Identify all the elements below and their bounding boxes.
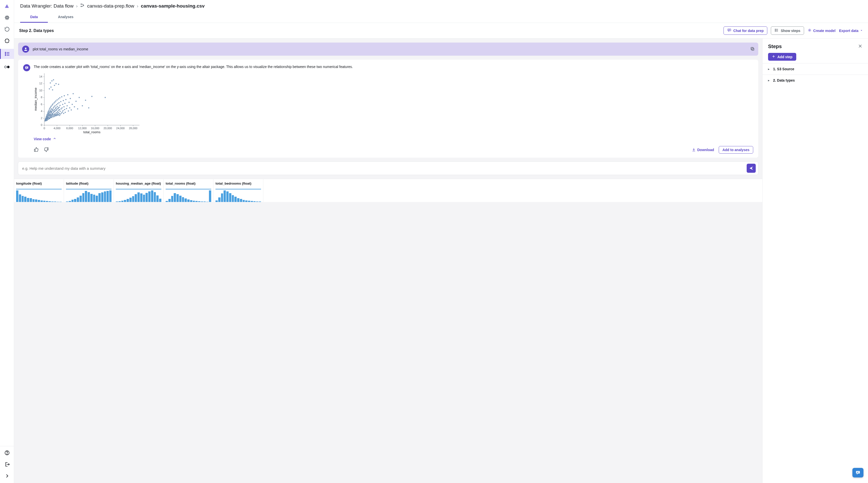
svg-point-184 [61, 113, 62, 114]
svg-point-215 [91, 96, 93, 97]
step-item[interactable]: ▸2. Data types [763, 74, 868, 86]
svg-text:16,000: 16,000 [91, 127, 99, 130]
export-data-button[interactable]: Export data [839, 29, 863, 33]
download-button[interactable]: Download [692, 148, 714, 152]
svg-text:20,000: 20,000 [103, 127, 112, 130]
svg-text:10: 10 [39, 89, 42, 92]
svg-point-205 [71, 109, 72, 111]
chat-input[interactable] [21, 164, 744, 173]
svg-point-118 [51, 116, 52, 117]
histogram [166, 190, 211, 202]
chat-for-data-prep-button[interactable]: Chat for data prep [723, 26, 768, 35]
step-label: 2. Data types [773, 78, 795, 82]
breadcrumb-root[interactable]: Data Wrangler: Data flow [20, 3, 73, 9]
svg-rect-0 [5, 17, 8, 19]
show-steps-button[interactable]: Show steps [771, 26, 804, 35]
svg-point-204 [70, 98, 71, 99]
step-item[interactable]: ▸1. S3 Source [763, 63, 868, 74]
svg-point-180 [60, 111, 61, 112]
svg-point-219 [51, 80, 53, 82]
svg-point-196 [65, 112, 66, 113]
toggle-dots-icon[interactable] [3, 63, 10, 70]
svg-point-2 [6, 38, 7, 39]
svg-point-172 [58, 114, 60, 115]
sparkle-icon [808, 28, 812, 33]
svg-point-143 [54, 113, 55, 115]
asterisk-icon[interactable] [3, 37, 10, 44]
svg-text:28,000: 28,000 [129, 127, 137, 130]
svg-point-156 [56, 104, 57, 105]
svg-point-197 [65, 99, 66, 100]
step-label: 1. S3 Source [773, 67, 794, 71]
breadcrumb-flow[interactable]: canvas-data-prep.flow [87, 3, 134, 9]
plus-icon [772, 55, 775, 59]
column-cell[interactable]: total_bedrooms (float) [214, 179, 263, 202]
svg-text:24,000: 24,000 [116, 127, 125, 130]
svg-point-4 [4, 40, 5, 41]
svg-point-19 [83, 5, 84, 6]
svg-point-119 [51, 108, 52, 110]
svg-point-170 [58, 98, 59, 100]
svg-point-185 [61, 96, 62, 97]
caret-right-icon: ▸ [768, 67, 770, 71]
svg-point-192 [63, 106, 65, 108]
svg-point-129 [52, 103, 53, 105]
svg-point-22 [775, 30, 776, 30]
svg-point-199 [66, 105, 68, 107]
column-cell[interactable]: housing_median_age (float) [114, 179, 164, 202]
refresh-icon[interactable] [3, 26, 10, 33]
svg-point-96 [49, 113, 50, 115]
svg-point-200 [67, 94, 68, 95]
svg-point-130 [52, 109, 54, 110]
user-message-text: plot total_rooms vs median_income [33, 47, 88, 51]
svg-point-162 [57, 106, 58, 107]
breadcrumb: Data Wrangler: Data flow › canvas-data-p… [14, 0, 868, 12]
left-rail [0, 0, 14, 483]
tab-data[interactable]: Data [20, 12, 48, 23]
svg-point-121 [51, 117, 52, 118]
floating-chat-button[interactable] [852, 468, 864, 478]
svg-point-193 [64, 95, 65, 96]
svg-point-131 [52, 114, 54, 115]
thumbs-down-icon[interactable] [44, 147, 49, 153]
view-code-button[interactable]: View code [34, 137, 56, 141]
svg-point-187 [62, 112, 63, 113]
logout-icon[interactable] [3, 461, 10, 468]
breadcrumb-file[interactable]: canvas-sample-housing.csv [141, 3, 205, 9]
svg-point-198 [66, 108, 67, 109]
copy-icon[interactable] [750, 47, 755, 52]
add-step-button[interactable]: Add step [768, 53, 796, 61]
svg-point-176 [59, 109, 60, 110]
svg-point-25 [25, 48, 26, 49]
column-cell[interactable]: total_rooms (float) [164, 179, 214, 202]
svg-point-116 [51, 105, 52, 107]
list-icon[interactable] [0, 49, 14, 59]
svg-text:4: 4 [41, 110, 42, 113]
send-button[interactable] [747, 164, 756, 173]
add-to-analyses-button[interactable]: Add to analyses [719, 146, 753, 154]
svg-point-135 [53, 110, 54, 111]
svg-text:4,000: 4,000 [54, 127, 61, 130]
create-model-button[interactable]: Create model [808, 28, 836, 33]
svg-point-79 [46, 114, 48, 115]
histogram [16, 190, 62, 202]
chevron-right-icon[interactable] [3, 473, 10, 480]
svg-text:0: 0 [41, 123, 42, 126]
svg-point-218 [50, 87, 52, 88]
column-cell[interactable]: longitude (float) [14, 179, 64, 202]
thumbs-up-icon[interactable] [34, 147, 39, 153]
svg-point-164 [57, 113, 58, 115]
histogram [216, 190, 261, 202]
chip-icon[interactable] [3, 14, 10, 21]
column-cell[interactable]: latitude (float) [64, 179, 114, 202]
svg-point-174 [59, 107, 60, 108]
close-icon[interactable] [858, 44, 863, 49]
svg-point-105 [49, 112, 51, 113]
chat-user-message: plot total_rooms vs median_income [18, 42, 758, 56]
logo-icon[interactable] [3, 2, 10, 9]
svg-point-17 [81, 4, 82, 4]
help-icon[interactable] [3, 449, 10, 456]
svg-text:total_rooms: total_rooms [83, 130, 100, 134]
tab-analyses[interactable]: Analyses [48, 12, 83, 23]
svg-point-24 [809, 30, 810, 31]
